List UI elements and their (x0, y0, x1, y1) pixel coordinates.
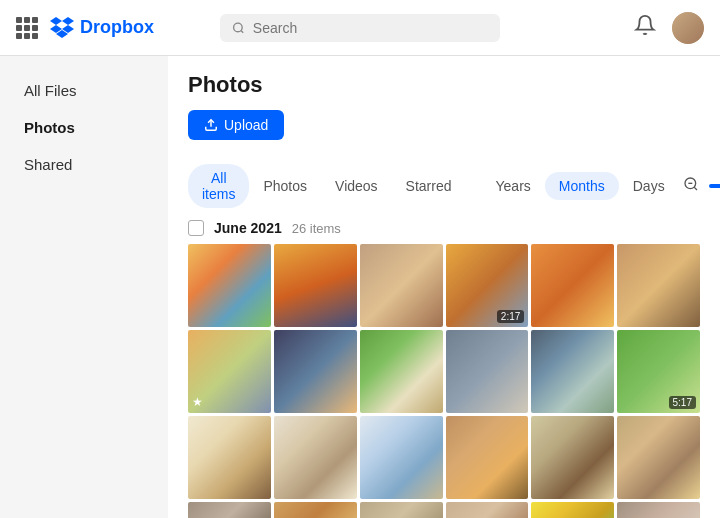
photo-cell[interactable] (360, 416, 443, 499)
photo-cell[interactable] (531, 416, 614, 499)
photo-cell[interactable] (274, 502, 357, 518)
app-header: Dropbox (0, 0, 720, 56)
photo-cell[interactable]: 2:17 (446, 244, 529, 327)
dropbox-logo-icon (50, 17, 74, 39)
upload-button[interactable]: Upload (188, 110, 284, 140)
video-duration-badge: 2:17 (497, 310, 524, 323)
tab-photos[interactable]: Photos (249, 172, 321, 200)
page-title: Photos (188, 72, 700, 98)
upload-label: Upload (224, 117, 268, 133)
tab-years[interactable]: Years (482, 172, 545, 200)
photo-cell[interactable] (188, 244, 271, 327)
photo-cell[interactable] (446, 330, 529, 413)
main-content: Photos Upload All items Photos Videos St… (168, 56, 720, 518)
photo-cell[interactable] (360, 502, 443, 518)
header-left: Dropbox (16, 17, 154, 39)
photo-cell[interactable] (274, 330, 357, 413)
photos-header: Photos Upload (168, 56, 720, 164)
app-body: All Files Photos Shared Photos Upload Al… (0, 56, 720, 518)
photo-cell[interactable] (274, 416, 357, 499)
photo-cell[interactable] (617, 502, 700, 518)
svg-point-0 (234, 23, 243, 32)
star-icon: ★ (192, 395, 203, 409)
photo-cell[interactable] (531, 244, 614, 327)
toolbar: Upload (188, 110, 700, 140)
header-right (634, 12, 704, 44)
search-input[interactable] (253, 20, 488, 36)
section-checkbox[interactable] (188, 220, 204, 236)
photo-grid: 2:17★5:17 (168, 244, 720, 518)
logo[interactable]: Dropbox (50, 17, 154, 39)
photo-cell[interactable]: 5:17 (617, 330, 700, 413)
zoom-slider[interactable] (709, 184, 720, 188)
photo-cell[interactable] (360, 244, 443, 327)
photo-cell[interactable] (531, 502, 614, 518)
sidebar-item-photos[interactable]: Photos (16, 113, 152, 142)
section-title: June 2021 (214, 220, 282, 236)
notifications-icon[interactable] (634, 14, 656, 41)
apps-icon[interactable] (16, 17, 38, 39)
search-bar (220, 14, 500, 42)
photo-cell[interactable] (188, 416, 271, 499)
avatar[interactable] (672, 12, 704, 44)
search-icon (232, 21, 245, 35)
photo-cell[interactable] (274, 244, 357, 327)
svg-line-4 (694, 187, 697, 190)
photo-cell[interactable]: ★ (188, 330, 271, 413)
tab-months[interactable]: Months (545, 172, 619, 200)
zoom-control (679, 174, 720, 198)
photo-cell[interactable] (531, 330, 614, 413)
section-count: 26 items (292, 221, 341, 236)
sidebar-item-all-files[interactable]: All Files (16, 76, 152, 105)
section-header: June 2021 26 items (168, 216, 720, 244)
photo-cell[interactable] (617, 244, 700, 327)
photo-cell[interactable] (446, 416, 529, 499)
sidebar: All Files Photos Shared (0, 56, 168, 518)
sidebar-item-shared[interactable]: Shared (16, 150, 152, 179)
filter-tabs-row: All items Photos Videos Starred Years Mo… (168, 164, 720, 216)
photo-cell[interactable] (617, 416, 700, 499)
avatar-image (672, 12, 704, 44)
upload-icon (204, 118, 218, 132)
video-duration-badge: 5:17 (669, 396, 696, 409)
logo-text: Dropbox (80, 17, 154, 38)
tab-starred[interactable]: Starred (392, 172, 466, 200)
tab-all-items[interactable]: All items (188, 164, 249, 208)
photo-cell[interactable] (188, 502, 271, 518)
photo-cell[interactable] (446, 502, 529, 518)
zoom-out-icon (683, 176, 699, 192)
photo-cell[interactable] (360, 330, 443, 413)
svg-line-1 (241, 30, 243, 32)
tab-videos[interactable]: Videos (321, 172, 392, 200)
tab-days[interactable]: Days (619, 172, 679, 200)
zoom-out-button[interactable] (679, 174, 703, 198)
